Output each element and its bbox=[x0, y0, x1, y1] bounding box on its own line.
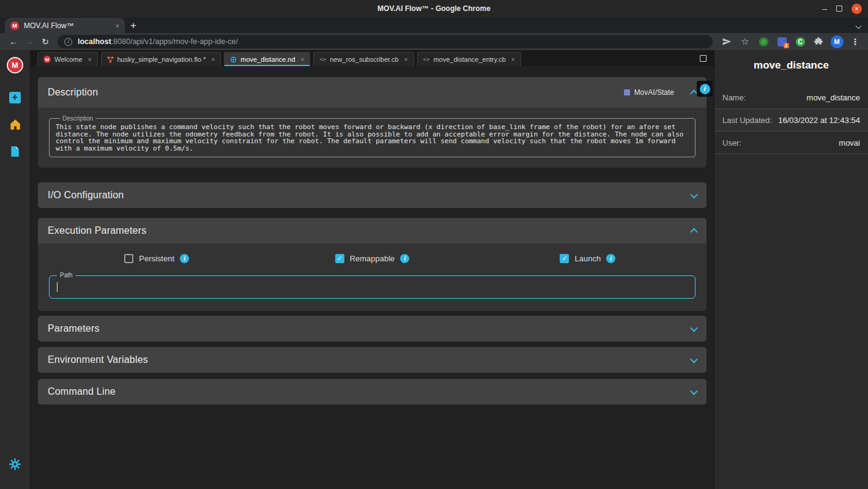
new-tab-button[interactable]: + bbox=[125, 18, 142, 33]
chevron-down-icon[interactable] bbox=[690, 387, 698, 395]
chevron-down-icon[interactable] bbox=[690, 190, 698, 198]
row-label: User: bbox=[722, 138, 741, 147]
url-path: :8080/api/v1/apps/mov-fe-app-ide-ce/ bbox=[111, 37, 238, 46]
layout-toggle-icon[interactable] bbox=[700, 55, 707, 62]
gear-icon bbox=[9, 458, 21, 470]
info-icon[interactable]: i bbox=[606, 254, 615, 263]
editor-tab-label: husky_simple_navigation.flo * bbox=[117, 56, 206, 63]
section-command-line-header[interactable]: Command Line bbox=[38, 379, 707, 405]
tab-close-icon[interactable]: × bbox=[211, 56, 215, 63]
back-button[interactable]: ← bbox=[6, 37, 21, 47]
section-parameters: Parameters bbox=[38, 316, 707, 342]
node-info-button[interactable]: i bbox=[697, 81, 713, 97]
tab-close-icon[interactable]: × bbox=[88, 56, 92, 63]
editor-tab-welcome[interactable]: M Welcome × bbox=[37, 52, 98, 66]
profile-avatar[interactable]: M bbox=[830, 35, 844, 48]
checkbox-label: Remappable bbox=[350, 254, 395, 263]
description-fieldset: Description This state node publishes a … bbox=[49, 115, 696, 157]
url-text: localhost:8080/api/v1/apps/mov-fe-app-id… bbox=[78, 37, 238, 46]
document-icon bbox=[10, 146, 20, 157]
explorer-button[interactable] bbox=[5, 142, 26, 160]
url-bar[interactable]: i localhost:8080/api/v1/apps/mov-fe-app-… bbox=[57, 35, 713, 48]
details-row-name: Name: move_distance bbox=[714, 86, 868, 109]
checkbox-box[interactable] bbox=[560, 254, 569, 263]
section-parameters-header[interactable]: Parameters bbox=[38, 316, 707, 342]
checkbox-box[interactable] bbox=[335, 254, 344, 263]
checkbox-label: Persistent bbox=[139, 254, 174, 263]
browser-tab[interactable]: M MOV.AI Flow™ × bbox=[5, 18, 125, 33]
editor-tab-flow[interactable]: husky_simple_navigation.flo * × bbox=[101, 52, 221, 66]
minimize-button[interactable]: – bbox=[822, 6, 827, 12]
node-type-icon bbox=[624, 89, 630, 95]
movai-favicon: M bbox=[43, 56, 51, 63]
send-icon[interactable] bbox=[720, 35, 733, 48]
description-text[interactable]: This state node publishes a command velo… bbox=[56, 124, 689, 152]
tab-close-icon[interactable]: × bbox=[116, 22, 119, 29]
section-environment-header[interactable]: Environment Variables bbox=[38, 347, 707, 373]
info-icon[interactable]: i bbox=[180, 254, 189, 263]
shield-badge: 2 bbox=[784, 43, 788, 48]
row-value: movai bbox=[839, 138, 860, 147]
close-button[interactable]: × bbox=[851, 4, 862, 14]
chevron-down-icon[interactable] bbox=[690, 324, 698, 332]
movai-favicon: M bbox=[10, 21, 19, 30]
browser-tabstrip: M MOV.AI Flow™ × + bbox=[0, 17, 868, 33]
section-execution-body: Persistent i Remappable i bbox=[38, 244, 707, 311]
checkbox-row: Persistent i Remappable i bbox=[49, 254, 696, 263]
extension-c-icon[interactable]: C bbox=[793, 35, 807, 48]
row-value: move_distance bbox=[807, 93, 860, 102]
description-field-label: Description bbox=[60, 115, 95, 122]
row-label: Last Updated: bbox=[722, 116, 772, 125]
section-environment-variables: Environment Variables bbox=[38, 347, 707, 373]
app: M + bbox=[0, 50, 868, 489]
toolbar-right: ☆ 2 C M ⋮ bbox=[718, 35, 862, 48]
editor-tabbar: M Welcome × husky_simple_navigation.flo … bbox=[31, 50, 714, 66]
remappable-checkbox[interactable]: Remappable i bbox=[335, 254, 410, 263]
bookmark-star-icon[interactable]: ☆ bbox=[738, 35, 752, 48]
extension-shield-icon[interactable]: 2 bbox=[775, 35, 788, 48]
tab-close-icon[interactable]: × bbox=[301, 56, 305, 63]
section-description-header[interactable]: Description MovAI/State bbox=[38, 77, 707, 108]
editor-tab-node[interactable]: move_distance.nd × bbox=[224, 52, 310, 66]
checkbox-box[interactable] bbox=[124, 254, 133, 263]
node-icon bbox=[230, 56, 237, 63]
section-title: Execution Parameters bbox=[48, 225, 146, 236]
settings-button[interactable] bbox=[5, 455, 26, 473]
window-title: MOV.AI Flow™ - Google Chrome bbox=[0, 4, 868, 13]
extensions-puzzle-icon[interactable] bbox=[812, 35, 825, 48]
tab-close-icon[interactable]: × bbox=[511, 56, 515, 63]
chevron-up-icon[interactable] bbox=[690, 228, 698, 236]
persistent-checkbox[interactable]: Persistent i bbox=[124, 254, 189, 263]
browser-menu-icon[interactable]: ⋮ bbox=[848, 35, 862, 48]
section-execution-header[interactable]: Execution Parameters bbox=[38, 218, 707, 244]
editor-tab-callback-2[interactable]: <> move_distance_entry.cb × bbox=[417, 52, 521, 66]
section-title: Command Line bbox=[48, 386, 116, 397]
chevron-down-icon[interactable] bbox=[690, 355, 698, 363]
tab-search-chevron-icon[interactable] bbox=[856, 23, 862, 29]
section-title: Parameters bbox=[48, 323, 100, 334]
section-io-header[interactable]: I/O Configuration bbox=[38, 182, 707, 208]
launch-checkbox[interactable]: Launch i bbox=[560, 254, 615, 263]
text-caret bbox=[57, 282, 57, 292]
home-icon bbox=[10, 119, 21, 130]
section-io-configuration: I/O Configuration bbox=[38, 182, 707, 208]
page-info-icon[interactable]: i bbox=[64, 38, 72, 46]
tab-close-icon[interactable]: × bbox=[404, 56, 408, 63]
extension-green-icon[interactable] bbox=[757, 35, 770, 48]
browser-tab-title: MOV.AI Flow™ bbox=[24, 21, 111, 30]
reload-button[interactable]: ↻ bbox=[38, 37, 53, 47]
plus-icon: + bbox=[9, 92, 21, 103]
code-icon: <> bbox=[319, 56, 326, 62]
section-title: Description bbox=[48, 87, 98, 98]
info-icon: i bbox=[700, 84, 710, 94]
info-icon[interactable]: i bbox=[400, 254, 409, 263]
path-input-label: Path bbox=[57, 272, 76, 278]
maximize-button[interactable] bbox=[836, 6, 842, 12]
new-document-button[interactable]: + bbox=[5, 88, 26, 106]
path-input[interactable]: Path bbox=[49, 275, 696, 299]
url-host: localhost bbox=[78, 37, 111, 46]
forward-button[interactable]: → bbox=[22, 37, 37, 47]
editor-tab-callback-1[interactable]: <> new_ros_subscriber.cb × bbox=[313, 52, 414, 66]
home-button[interactable] bbox=[5, 115, 26, 133]
details-row-last-updated: Last Updated: 16/03/2022 at 12:43:54 bbox=[714, 109, 868, 132]
